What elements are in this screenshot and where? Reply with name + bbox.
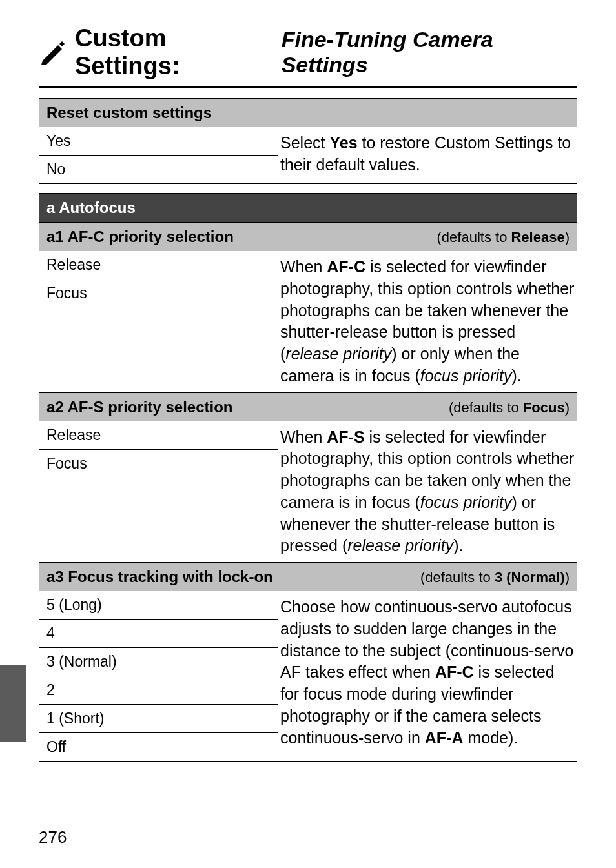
title-rule bbox=[39, 86, 577, 88]
a3-option-5long: 5 (Long) bbox=[39, 591, 278, 619]
section-a-header: a Autofocus bbox=[39, 193, 577, 222]
title-bold: Custom Settings: bbox=[75, 25, 272, 80]
a1-description: When AF-C is selected for viewfinder pho… bbox=[278, 251, 577, 392]
reset-option-no: No bbox=[39, 155, 278, 183]
reset-description: Select Yes to restore Custom Settings to… bbox=[278, 127, 577, 183]
a2-header: a2 AF-S priority selection (defaults to … bbox=[39, 392, 577, 421]
title-italic: Fine-Tuning Camera Settings bbox=[282, 27, 577, 77]
a1-header-right: (defaults to Release) bbox=[437, 229, 570, 246]
a3-option-2: 2 bbox=[39, 676, 278, 704]
a2-option-release: Release bbox=[39, 421, 278, 449]
a2-option-focus: Focus bbox=[39, 449, 278, 478]
a3-option-4: 4 bbox=[39, 619, 278, 647]
a2-description: When AF-S is selected for viewfinder pho… bbox=[278, 421, 577, 563]
reset-option-yes: Yes bbox=[39, 127, 278, 155]
a3-header-right: (defaults to 3 (Normal)) bbox=[420, 569, 570, 586]
a1-header: a1 AF-C priority selection (defaults to … bbox=[39, 222, 577, 251]
a2-header-left: a2 AF-S priority selection bbox=[46, 398, 233, 416]
page-number: 276 bbox=[39, 827, 67, 847]
a3-header: a3 Focus tracking with lock-on (defaults… bbox=[39, 562, 577, 591]
a3-option-3normal: 3 (Normal) bbox=[39, 647, 278, 676]
a2-header-right: (defaults to Focus) bbox=[449, 399, 570, 416]
page-title-row: Custom Settings: Fine-Tuning Camera Sett… bbox=[39, 25, 577, 80]
side-tab bbox=[0, 665, 26, 742]
a3-option-off: Off bbox=[39, 732, 278, 761]
reset-header: Reset custom settings bbox=[39, 98, 577, 127]
a1-option-release: Release bbox=[39, 251, 278, 279]
a3-description: Choose how continuous-servo autofocus ad… bbox=[278, 591, 577, 761]
a3-option-1short: 1 (Short) bbox=[39, 704, 278, 732]
pencil-icon bbox=[39, 37, 66, 67]
a1-option-focus: Focus bbox=[39, 279, 278, 307]
a3-header-left: a3 Focus tracking with lock-on bbox=[46, 568, 273, 586]
a1-header-left: a1 AF-C priority selection bbox=[46, 228, 234, 246]
